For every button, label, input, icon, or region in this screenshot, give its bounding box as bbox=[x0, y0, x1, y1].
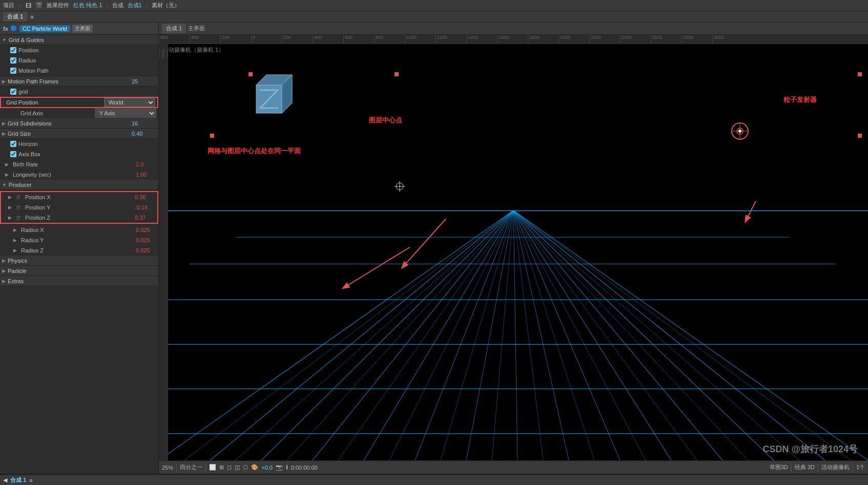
comp-viewport-tab[interactable]: 合成 1 bbox=[162, 24, 186, 33]
snap-icon[interactable]: ◫ bbox=[235, 464, 240, 471]
arrow-icon: ▼ bbox=[2, 37, 7, 43]
grid-guides-header[interactable]: ▼ Grid & Guides bbox=[0, 35, 158, 45]
classic3d-label[interactable]: 经典 3D bbox=[795, 463, 815, 471]
preview-icon[interactable]: ◻ bbox=[227, 464, 232, 471]
svg-line-39 bbox=[338, 210, 513, 460]
grid-subdiv-title: Grid Subdivisions bbox=[8, 120, 52, 126]
arrow-birth: ▶ bbox=[5, 162, 9, 167]
pos-y-value: -0.18 bbox=[135, 204, 155, 210]
motion-path-checkbox[interactable] bbox=[10, 68, 16, 74]
menu-icon2[interactable]: 主界面 bbox=[188, 25, 205, 32]
radius-x-value: 0.025 bbox=[136, 227, 156, 233]
color-icon[interactable]: 🎨 bbox=[251, 464, 258, 471]
viewport-canvas: 活动摄像机（摄像机 1） 000000100020003000400050006… bbox=[159, 44, 868, 460]
horizon-label: Horizon bbox=[18, 141, 38, 147]
grid-subdiv-header[interactable]: ▶ Grid Subdivisions 16 bbox=[0, 118, 158, 129]
svg-line-25 bbox=[513, 210, 671, 460]
ruler-tick-8: 1000 bbox=[405, 35, 417, 44]
sketch3d-label[interactable]: 草图3D bbox=[770, 463, 788, 471]
arrow-pz: ▶ bbox=[8, 215, 12, 220]
red-dot-mr bbox=[858, 134, 862, 138]
arrow-extras: ▶ bbox=[2, 279, 6, 284]
info-icon[interactable]: ℹ bbox=[286, 464, 288, 471]
sep-v4 bbox=[818, 463, 818, 472]
tl-collapse-icon: ◀ bbox=[3, 477, 7, 483]
producer-header[interactable]: ▼ Producer bbox=[0, 180, 158, 190]
tl-menu-icon[interactable]: ≡ bbox=[29, 477, 32, 483]
ruler-tick-7: 800 bbox=[374, 35, 383, 44]
motion-path-value: 25 bbox=[132, 78, 152, 85]
arrow-rx: ▶ bbox=[5, 227, 17, 233]
viewport-toolbar: 合成 1 主界面 bbox=[159, 23, 868, 35]
position-checkbox[interactable] bbox=[10, 47, 16, 53]
render-icon[interactable]: ⬡ bbox=[243, 464, 248, 471]
grid-position-label: Grid Position bbox=[6, 99, 102, 106]
fit-icon[interactable]: ⊞ bbox=[219, 464, 224, 471]
layer-icon: 🎞 bbox=[26, 3, 31, 9]
sep3: | bbox=[146, 3, 148, 9]
ruler-tick-12: 1800 bbox=[528, 35, 540, 44]
pos-x-value: 0.36 bbox=[135, 194, 155, 200]
top-bar: 项目 × 🎞 🎬 效果控件 红色 纯色 1 | 合成 合成1 | 素材（无） bbox=[0, 0, 868, 11]
grid-checkbox[interactable] bbox=[10, 89, 16, 95]
horizon-checkbox[interactable] bbox=[10, 141, 16, 147]
red-dot-tr2 bbox=[858, 72, 862, 76]
longevity-row: ▶ Longevity (sec) 1.00 bbox=[0, 170, 158, 180]
physics-header[interactable]: ▶ Physics bbox=[0, 256, 158, 266]
longevity-value: 1.00 bbox=[136, 172, 156, 178]
svg-line-44 bbox=[513, 210, 594, 460]
pos-x-label: Position X bbox=[25, 194, 133, 200]
grid-position-select[interactable]: World Layer bbox=[104, 98, 155, 107]
cam-count: 1个 bbox=[856, 463, 865, 471]
svg-line-49 bbox=[513, 210, 851, 460]
birth-rate-label: Birth Rate bbox=[13, 161, 134, 167]
annotation-grid-plane: 网格与图层中心点处在同一平面 bbox=[208, 146, 301, 156]
clock-icon-px: ⏱ bbox=[16, 195, 21, 200]
checkbox-horizon: Horizon bbox=[0, 139, 158, 149]
grid-axis-select[interactable]: Y Axis X Axis Z Axis bbox=[95, 109, 156, 118]
comp-tab[interactable]: 合成 1 bbox=[3, 12, 27, 22]
annotation-particle-emitter: 粒子发射器 bbox=[783, 95, 817, 104]
watermark: CSDN @旅行者1024号 bbox=[762, 443, 858, 455]
pos-y-row: ▶ ⏱ Position Y -0.18 bbox=[1, 202, 157, 213]
svg-line-47 bbox=[513, 210, 748, 460]
project-label: 项目 bbox=[3, 2, 14, 9]
ruler-tick-11: 1600 bbox=[497, 35, 509, 44]
layout-select[interactable]: 四分之一 bbox=[180, 463, 202, 471]
radius-y-value: 0.025 bbox=[136, 237, 156, 243]
arrow-px: ▶ bbox=[8, 195, 12, 200]
arrow-py: ▶ bbox=[8, 205, 12, 210]
ruler-tick-13: 2000 bbox=[559, 35, 570, 44]
producer-section: ▶ ⏱ Position X 0.36 ▶ ⏱ Position Y -0.18… bbox=[0, 191, 158, 224]
main-layout: fx 🔵 CC Particle World 主界面 ▼ Grid & Guid… bbox=[0, 23, 868, 474]
extras-header[interactable]: ▶ Extras bbox=[0, 276, 158, 286]
sep-v2 bbox=[205, 463, 206, 472]
checkbox-radius: Radius bbox=[0, 55, 158, 66]
resize-icon[interactable]: ⬜ bbox=[209, 464, 216, 471]
ruler: 600 400 200 0 200 400 600 800 1000 1200 … bbox=[159, 35, 868, 44]
exposure-value: +0.0 bbox=[261, 465, 273, 471]
layer-icon2: 🎬 bbox=[35, 2, 43, 9]
pos-y-label: Position Y bbox=[25, 204, 133, 210]
radius-checkbox[interactable] bbox=[10, 57, 16, 64]
active-cam-label[interactable]: 活动摄像机 bbox=[821, 463, 850, 471]
timeline-header: ◀ 合成 1 ≡ bbox=[0, 475, 868, 485]
axis-box-checkbox[interactable] bbox=[10, 151, 16, 157]
ruler-tick-6: 600 bbox=[343, 35, 353, 44]
material-label: 素材（无） bbox=[152, 2, 180, 9]
radius-label: Radius bbox=[18, 57, 36, 64]
comp-name-top: 合成1 bbox=[128, 2, 142, 9]
motion-path-header[interactable]: ▶ Motion Path Frames 25 bbox=[0, 76, 158, 87]
menu-icon[interactable]: ≡ bbox=[30, 14, 33, 20]
zoom-display[interactable]: 25% bbox=[162, 465, 173, 471]
camera-icon[interactable]: 📷 bbox=[276, 464, 283, 471]
camera-label: 活动摄像机（摄像机 1） bbox=[163, 46, 224, 54]
arrow-icon2: ▶ bbox=[2, 79, 6, 84]
particle-header[interactable]: ▶ Particle bbox=[0, 266, 158, 276]
ruler-tick-18: 3000 bbox=[712, 35, 724, 44]
main-tab-btn[interactable]: 主界面 bbox=[72, 25, 93, 33]
grid-size-header[interactable]: ▶ Grid Size 0.40 bbox=[0, 129, 158, 139]
timecode: 0:00:00:00 bbox=[291, 465, 318, 471]
ruler-tick-16: 2600 bbox=[651, 35, 663, 44]
grid-guides-title: Grid & Guides bbox=[9, 37, 44, 43]
